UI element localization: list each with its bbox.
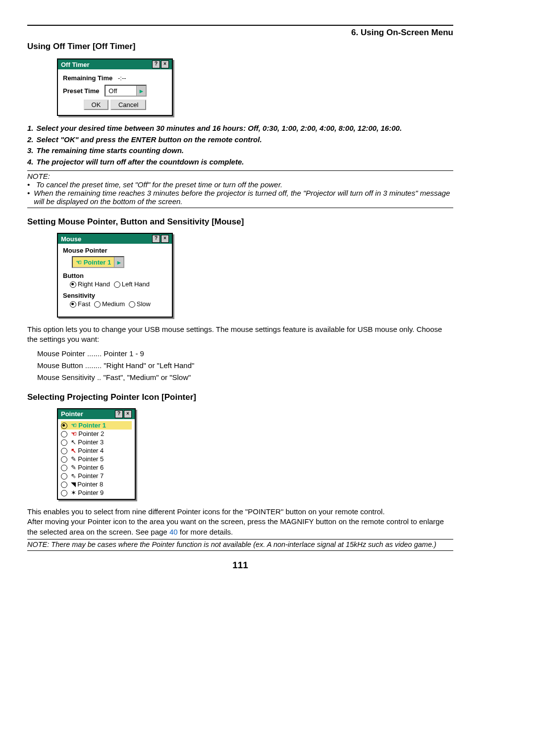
arrow-cursor-icon: ↖ — [71, 447, 76, 454]
mouse-pointer-label: Mouse Pointer — [63, 247, 167, 254]
radio-pointer-8[interactable]: ◥ Pointer 8 — [61, 480, 132, 488]
mouse-settings-list: Mouse Pointer ....... Pointer 1 - 9 Mous… — [37, 348, 453, 383]
pointer-title-text: Pointer — [61, 410, 83, 418]
help-icon[interactable]: ? — [152, 235, 160, 243]
radio-pointer-1[interactable]: ☞ Pointer 1 — [61, 421, 132, 430]
button-label: Button — [63, 272, 167, 279]
help-icon[interactable]: ? — [115, 410, 123, 418]
pointer-paragraph-1: This enables you to select from nine dif… — [27, 507, 453, 517]
preset-time-label: Preset Time — [63, 87, 99, 95]
section-mouse-heading: Setting Mouse Pointer, Button and Sensit… — [27, 217, 453, 227]
close-icon[interactable]: × — [124, 410, 132, 418]
radio-slow[interactable]: Slow — [129, 300, 151, 308]
radio-pointer-3[interactable]: ↖ Pointer 3 — [61, 438, 132, 446]
mouse-titlebar: Mouse ? × — [58, 234, 172, 244]
cancel-button[interactable]: Cancel — [110, 100, 146, 110]
radio-pointer-6[interactable]: ✎ Pointer 6 — [61, 463, 132, 472]
note-label: NOTE: — [27, 172, 453, 180]
note-bullet-1: To cancel the preset time, set "Off" for… — [36, 180, 282, 189]
radio-pointer-7[interactable]: ⇖ Pointer 7 — [61, 472, 132, 480]
radio-left-hand[interactable]: Left Hand — [114, 280, 150, 288]
pointer-dialog: Pointer ? × ☞ Pointer 1 ☞ Pointer 2 ↖ Po… — [57, 408, 136, 500]
mouse-title-text: Mouse — [61, 235, 81, 243]
list-mouse-button: Mouse Button ........ "Right Hand" or "L… — [37, 360, 453, 372]
hand-pointer-icon: ☞ — [76, 259, 82, 266]
page-link-40[interactable]: 40 — [169, 528, 178, 536]
mouse-paragraph: This option lets you to change your USB … — [27, 324, 453, 345]
off-timer-steps: 1.Select your desired time between 30 mi… — [27, 123, 453, 167]
dropdown-arrow-icon: ▸ — [136, 86, 146, 96]
radio-medium[interactable]: Medium — [94, 300, 125, 308]
radio-pointer-4[interactable]: ↖ Pointer 4 — [61, 446, 132, 455]
help-icon[interactable]: ? — [152, 60, 160, 68]
preset-time-value: Off — [106, 87, 136, 95]
mouse-pointer-value: Pointer 1 — [84, 259, 111, 266]
off-timer-titlebar: Off Timer ? × — [58, 59, 172, 69]
sensitivity-label: Sensitivity — [63, 292, 167, 299]
ok-button[interactable]: OK — [84, 100, 109, 110]
top-rule — [27, 25, 453, 26]
off-timer-title-text: Off Timer — [61, 61, 90, 68]
off-timer-dialog: Off Timer ? × Remaining Time -:-- Preset… — [57, 58, 173, 116]
preset-time-dropdown[interactable]: Off ▸ — [105, 85, 147, 97]
radio-pointer-2[interactable]: ☞ Pointer 2 — [61, 430, 132, 438]
remaining-time-value: -:-- — [118, 74, 126, 82]
chapter-title: 6. Using On-Screen Menu — [27, 28, 453, 38]
list-mouse-sensitivity: Mouse Sensitivity .. "Fast", "Medium" or… — [37, 372, 453, 383]
note-bullet-2: When the remaining time reaches 3 minute… — [34, 189, 453, 206]
arrow-outline-icon: ⇖ — [71, 472, 76, 480]
close-icon[interactable]: × — [161, 60, 169, 68]
bottom-rule — [27, 550, 453, 551]
close-icon[interactable]: × — [161, 235, 169, 243]
pointer-titlebar: Pointer ? × — [58, 409, 135, 419]
pen-pointer-icon: ✎ — [71, 464, 76, 471]
pen-pointer-icon: ✎ — [71, 455, 76, 463]
section-pointer-heading: Selecting Projecting Pointer Icon [Point… — [27, 392, 453, 402]
star-pointer-icon: ✶ — [71, 489, 76, 496]
radio-pointer-5[interactable]: ✎ Pointer 5 — [61, 455, 132, 463]
pointer-paragraph-2: After moving your Pointer icon to the ar… — [27, 517, 453, 537]
hand-pointer-icon: ☞ — [71, 422, 77, 429]
mouse-dialog: Mouse ? × Mouse Pointer ☞ Pointer 1 ▸ Bu… — [57, 233, 173, 318]
radio-right-hand[interactable]: Right Hand — [70, 280, 110, 288]
section-off-timer-heading: Using Off Timer [Off Timer] — [27, 42, 453, 52]
arrow-cursor-icon: ↖ — [71, 438, 76, 446]
mouse-pointer-dropdown[interactable]: ☞ Pointer 1 ▸ — [72, 256, 124, 268]
off-timer-note-block: NOTE: •To cancel the preset time, set "O… — [27, 170, 453, 208]
pointer-footer-note: NOTE: There may be cases where the Point… — [27, 539, 453, 548]
remaining-time-label: Remaining Time — [63, 74, 112, 82]
arrow-solid-icon: ◥ — [71, 481, 76, 488]
radio-fast[interactable]: Fast — [70, 300, 90, 308]
dropdown-arrow-icon: ▸ — [114, 257, 123, 267]
hand-pointer-icon: ☞ — [71, 430, 77, 437]
page-number: 111 — [27, 560, 453, 571]
radio-pointer-9[interactable]: ✶ Pointer 9 — [61, 488, 132, 497]
list-mouse-pointer: Mouse Pointer ....... Pointer 1 - 9 — [37, 348, 453, 360]
